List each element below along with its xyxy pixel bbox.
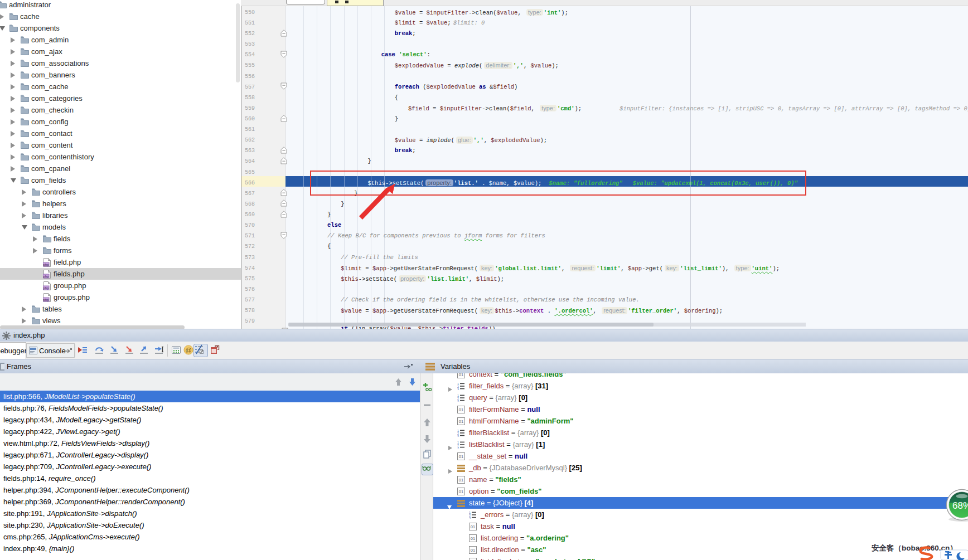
tree-item-models[interactable]: models (0, 221, 241, 233)
tree-item-groups-php[interactable]: phpgroups.php (0, 291, 241, 303)
tree-item-com_contact[interactable]: com_contact (0, 128, 241, 139)
code-editor[interactable]: 5505515525535545555565575585595605615625… (241, 0, 968, 329)
chevron-right-icon[interactable] (11, 92, 15, 104)
move-up-icon[interactable] (423, 418, 432, 427)
tree-item-group-php[interactable]: phpgroup.php (0, 280, 241, 291)
frame-row[interactable]: helper.php:369, JComponentHelper::render… (0, 496, 420, 508)
chevron-right-icon[interactable] (11, 163, 15, 174)
frame-row[interactable]: legacy.php:434, JModelLegacy->getState() (0, 414, 420, 426)
tab-console[interactable]: Console (26, 343, 75, 358)
variable-row[interactable]: 01filterFormName = null (433, 403, 968, 415)
tree-item-forms[interactable]: forms (0, 245, 241, 256)
frame-row[interactable]: helper.php:394, JComponentHelper::execut… (0, 484, 420, 496)
tree-item-com_categories[interactable]: com_categories (0, 92, 241, 104)
chevron-right-icon[interactable] (11, 34, 15, 46)
variable-row[interactable]: _db = {JDatabaseDriverMysql} [25] (433, 462, 968, 474)
variable-row[interactable]: state = {JObject} [4] (433, 497, 968, 509)
run-to-cursor-icon[interactable] (154, 345, 164, 355)
chevron-right-icon[interactable] (22, 303, 26, 315)
tree-item-administrator[interactable]: administrator (0, 0, 241, 11)
step-into-icon[interactable] (109, 345, 119, 355)
restore-layout-icon[interactable] (210, 345, 220, 355)
copy-icon[interactable] (423, 450, 432, 459)
frame-row[interactable]: legacy.php:671, JControllerLegacy->displ… (0, 449, 420, 461)
tree-item-com_config[interactable]: com_config (0, 116, 241, 128)
mute-variables-icon[interactable] (193, 344, 208, 357)
tree-item-com_cpanel[interactable]: com_cpanel (0, 163, 241, 174)
frame-row[interactable]: cms.php:265, JApplicationCms->execute() (0, 531, 420, 543)
chevron-down-icon[interactable] (0, 22, 5, 34)
frames-list[interactable]: list.php:566, JModelList->populateState(… (0, 391, 420, 560)
frame-row[interactable]: index.php:49, {main}() (0, 543, 420, 554)
variable-row[interactable]: 123filter_fields = {array} [31] (433, 380, 968, 392)
chevron-right-icon[interactable] (0, 11, 4, 22)
chevron-right-icon[interactable] (11, 151, 15, 163)
tree-item-com_fields[interactable]: com_fields (0, 174, 241, 186)
evaluate-expression-icon[interactable] (171, 345, 181, 355)
chevron-right-icon[interactable] (11, 139, 15, 151)
frame-row[interactable]: fields.php:76, FieldsModelFields->popula… (0, 402, 420, 414)
tree-item-fields-php[interactable]: phpfields.php (0, 268, 241, 280)
variable-row[interactable]: 123_errors = {array} [0] (433, 509, 968, 520)
chevron-down-icon[interactable] (22, 221, 27, 233)
chevron-right-icon[interactable] (11, 104, 15, 116)
frame-down-icon[interactable] (408, 377, 417, 387)
variable-row[interactable]: 123filterBlacklist = {array} [0] (433, 427, 968, 439)
variable-row[interactable]: 123query = {array} [0] (433, 392, 968, 403)
chevron-right-icon[interactable] (33, 233, 37, 245)
tree-item-com_banners[interactable]: com_banners (0, 69, 241, 81)
frame-up-icon[interactable] (394, 377, 403, 387)
chevron-right-icon[interactable] (22, 210, 26, 221)
tree-item-tables[interactable]: tables (0, 303, 241, 315)
frame-row[interactable]: list.php:566, JModelList->populateState(… (0, 391, 420, 402)
step-out-icon[interactable] (139, 345, 149, 355)
tree-item-com_admin[interactable]: com_admin (0, 34, 241, 46)
step-over-icon[interactable] (94, 345, 104, 355)
show-watches-icon[interactable] (422, 464, 433, 475)
tree-item-controllers[interactable]: controllers (0, 186, 241, 198)
remove-watch-icon[interactable] (423, 401, 432, 410)
frame-row[interactable]: site.php:230, JApplicationSite->doExecut… (0, 519, 420, 531)
frames-pin-icon[interactable] (404, 364, 413, 369)
tree-item-cache[interactable]: cache (0, 11, 241, 22)
tab-debugger[interactable]: Debugger (0, 342, 26, 359)
variable-row[interactable]: 01context = "com_fields.fields" (433, 373, 968, 380)
chevron-right-icon[interactable] (33, 245, 37, 256)
variable-row[interactable]: 01htmlFormName = "adminForm" (433, 415, 968, 427)
variable-row[interactable]: 01option = "com_fields" (433, 485, 968, 497)
tree-item-views[interactable]: views (0, 315, 241, 327)
chevron-right-icon[interactable] (11, 128, 15, 139)
tree-item-com_contenthistory[interactable]: com_contenthistory (0, 151, 241, 163)
frame-row[interactable]: legacy.php:709, JControllerLegacy->execu… (0, 461, 420, 473)
tree-item-components[interactable]: components (0, 22, 241, 34)
tree-item-com_content[interactable]: com_content (0, 139, 241, 151)
tree-item-com_cache[interactable]: com_cache (0, 81, 241, 92)
chevron-right-icon[interactable] (22, 186, 26, 198)
tree-vertical-scrollbar[interactable] (236, 3, 240, 82)
frame-row[interactable]: legacy.php:422, JViewLegacy->get() (0, 426, 420, 437)
chevron-right-icon[interactable] (11, 46, 15, 57)
chevron-right-icon[interactable] (11, 69, 15, 81)
frame-row[interactable]: fields.php:14, require_once() (0, 473, 420, 484)
chevron-right-icon[interactable] (11, 116, 15, 128)
variable-row[interactable]: 01name = "fields" (433, 474, 968, 485)
frame-row[interactable]: view.html.php:72, FieldsViewFields->disp… (0, 437, 420, 449)
tree-item-com_ajax[interactable]: com_ajax (0, 46, 241, 57)
editor-horizontal-scrollbar[interactable] (288, 323, 654, 327)
tree-item-helpers[interactable]: helpers (0, 198, 241, 210)
variable-row[interactable]: 123listBlacklist = {array} [1] (433, 439, 968, 450)
editor-gutter[interactable]: 5505515525535545555565575585595605615625… (241, 0, 285, 329)
show-execution-point-icon[interactable] (78, 345, 88, 355)
tree-item-field-php[interactable]: phpfield.php (0, 256, 241, 268)
show-values-inline-icon[interactable]: @ (183, 345, 193, 355)
tree-item-com_associations[interactable]: com_associations (0, 57, 241, 69)
chevron-right-icon[interactable] (22, 315, 26, 327)
tree-item-fields[interactable]: fields (0, 233, 241, 245)
chevron-right-icon[interactable] (22, 198, 26, 210)
variables-list[interactable]: 01context = "com_fields.fields"123filter… (433, 373, 968, 560)
variable-row[interactable]: 01task = null (433, 520, 968, 532)
force-step-into-icon[interactable] (124, 345, 134, 355)
tree-item-libraries[interactable]: libraries (0, 210, 241, 221)
move-down-icon[interactable] (423, 435, 432, 444)
chevron-right-icon[interactable] (11, 57, 15, 69)
